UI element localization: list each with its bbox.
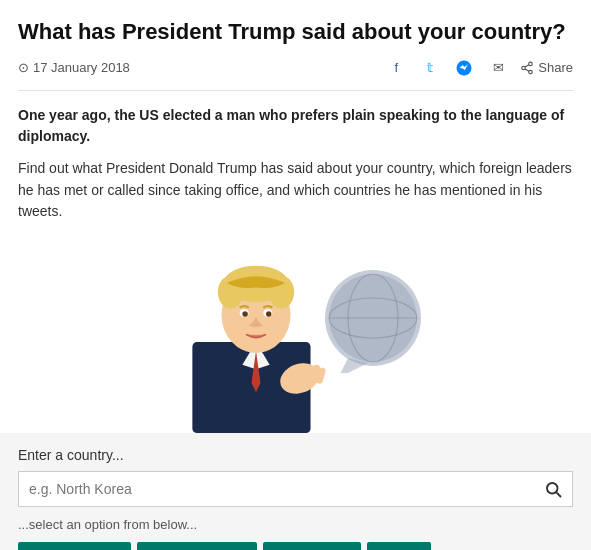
article-intro: One year ago, the US elected a man who p… bbox=[18, 105, 573, 148]
search-section: Enter a country... ...select an option f… bbox=[0, 433, 591, 550]
svg-point-22 bbox=[242, 311, 247, 316]
clock-icon: ⊙ bbox=[18, 60, 29, 75]
quick-option-1[interactable]: United Kingdom bbox=[137, 542, 258, 550]
article-date: ⊙ 17 January 2018 bbox=[18, 60, 130, 75]
article-container: What has President Trump said about your… bbox=[0, 0, 591, 223]
svg-point-2 bbox=[522, 66, 526, 70]
search-bar bbox=[18, 471, 573, 507]
article-title: What has President Trump said about your… bbox=[18, 18, 573, 46]
trump-figure bbox=[156, 233, 356, 433]
quick-option-0[interactable]: Most meetings bbox=[18, 542, 131, 550]
svg-point-3 bbox=[529, 70, 533, 74]
select-label: ...select an option from below... bbox=[18, 517, 573, 532]
facebook-icon[interactable]: f bbox=[384, 56, 408, 80]
article-meta: ⊙ 17 January 2018 f 𝕥 ✉ Share bbox=[18, 56, 573, 91]
share-button[interactable]: Share bbox=[520, 60, 573, 75]
article-body: Find out what President Donald Trump has… bbox=[18, 158, 573, 223]
search-label: Enter a country... bbox=[18, 447, 573, 463]
country-search-input[interactable] bbox=[29, 481, 544, 497]
quick-option-2[interactable]: North Korea bbox=[263, 542, 361, 550]
email-icon[interactable]: ✉ bbox=[486, 56, 510, 80]
illustration-area bbox=[0, 223, 591, 433]
svg-point-1 bbox=[529, 62, 533, 65]
search-button[interactable] bbox=[544, 480, 562, 498]
messenger-icon[interactable] bbox=[452, 56, 476, 80]
twitter-icon[interactable]: 𝕥 bbox=[418, 56, 442, 80]
social-icons: f 𝕥 ✉ Share bbox=[384, 56, 573, 80]
svg-line-29 bbox=[556, 492, 560, 496]
quick-options: Most meetingsUnited KingdomNorth KoreaJa… bbox=[18, 542, 573, 550]
svg-line-4 bbox=[525, 68, 529, 70]
svg-point-23 bbox=[266, 311, 271, 316]
svg-line-5 bbox=[525, 64, 529, 66]
quick-option-3[interactable]: Japan bbox=[367, 542, 430, 550]
